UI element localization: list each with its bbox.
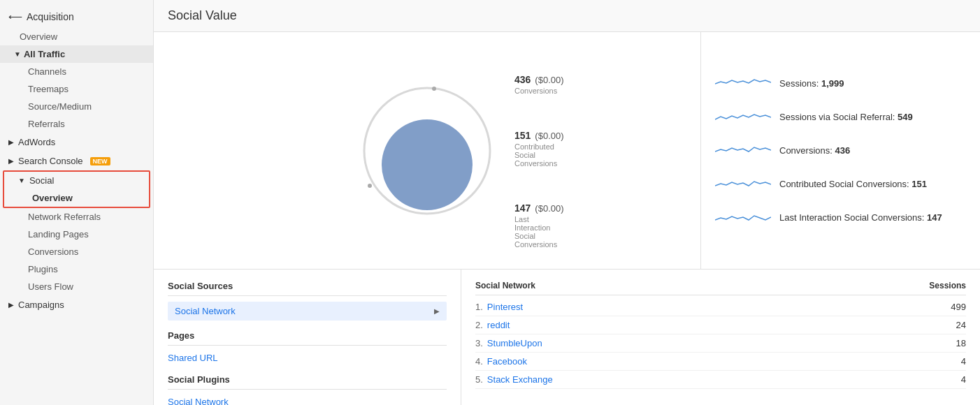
sparkline-social-referral [715, 107, 771, 128]
stat-last-interaction-value: 147 [927, 212, 942, 223]
svg-point-1 [432, 87, 436, 91]
chart-wrapper: 436 ($0.00) Conversions 151 ($0.00) Cont… [350, 67, 504, 235]
stat-conversions-value: 436 [835, 145, 850, 156]
rank-3: 3. [475, 338, 483, 348]
arrow-down-icon2: ▼ [18, 177, 25, 184]
sidebar-item-referrals[interactable]: Referrals [0, 115, 153, 133]
sessions-4: 4 [961, 356, 966, 367]
stat-row-conversions: Conversions: 436 [715, 140, 966, 161]
arrow-right-icon4: ▶ [434, 307, 440, 315]
social-sources-title: Social Sources [168, 281, 447, 296]
chart-label-conversions: 436 ($0.00) Conversions [514, 74, 564, 95]
stat-social-referral-value: 549 [898, 112, 913, 122]
sparkline-last-interaction [715, 207, 771, 228]
table-row: 3.StumbleUpon 18 [475, 334, 966, 353]
svg-point-3 [368, 184, 372, 188]
bottom-section: Social Sources Social Network ▶ Pages Sh… [154, 270, 980, 405]
sessions-2: 24 [956, 320, 966, 330]
sessions-1: 499 [951, 302, 966, 312]
acquisition-icon: ⟵ [8, 11, 22, 22]
social-plugins-section: Social Plugins Social Network [168, 374, 447, 405]
table-row: 4.Facebook 4 [475, 353, 966, 371]
chart-labels: 436 ($0.00) Conversions 151 ($0.00) Cont… [514, 74, 564, 249]
rank-5: 5. [475, 374, 483, 385]
sidebar-item-channels[interactable]: Channels [0, 63, 153, 80]
col-network-label: Social Network [475, 281, 535, 290]
pages-section: Pages Shared URL [168, 330, 447, 364]
network-link-5[interactable]: Stack Exchange [487, 374, 553, 385]
left-panel: Social Sources Social Network ▶ Pages Sh… [154, 270, 461, 405]
rank-1: 1. [475, 302, 483, 312]
network-link-3[interactable]: StumbleUpon [487, 338, 542, 348]
sidebar-item-treemaps[interactable]: Treemaps [0, 80, 153, 98]
stat-row-social-referral: Sessions via Social Referral: 549 [715, 107, 966, 128]
table-body: 1.Pinterest 499 2.reddit 24 3.StumbleUpo… [475, 298, 966, 389]
sparkline-conversions [715, 140, 771, 161]
sidebar: ⟵ Acquisition Overview ▼ All Traffic Cha… [0, 0, 154, 405]
stat-sessions-value: 1,999 [821, 78, 844, 89]
sidebar-item-social-overview[interactable]: Overview [4, 189, 149, 207]
stat-contributed-value: 151 [911, 179, 927, 189]
social-section-box: ▼ Social Overview [3, 170, 150, 208]
right-panel: Social Network Sessions 1.Pinterest 499 … [461, 270, 980, 405]
plugins-social-network-link[interactable]: Social Network [168, 395, 447, 405]
sidebar-item-plugins[interactable]: Plugins [0, 260, 153, 278]
page-title-bar: Social Value [154, 0, 980, 32]
table-row: 2.reddit 24 [475, 316, 966, 334]
rank-2: 2. [475, 320, 483, 330]
social-network-link[interactable]: Social Network [175, 306, 236, 316]
arrow-right-icon: ▶ [8, 138, 14, 146]
sidebar-item-adwords[interactable]: ▶ AdWords [0, 133, 153, 152]
network-link-1[interactable]: Pinterest [487, 302, 523, 312]
table-row: 1.Pinterest 499 [475, 298, 966, 316]
sidebar-item-network-referrals[interactable]: Network Referrals [0, 208, 153, 226]
arrow-down-icon: ▼ [14, 50, 21, 58]
sidebar-item-social[interactable]: ▼ Social [4, 172, 149, 189]
sparkline-sessions [715, 73, 771, 94]
sidebar-item-overview[interactable]: Overview [0, 28, 153, 45]
new-badge: NEW [90, 157, 110, 165]
network-link-2[interactable]: reddit [487, 320, 510, 330]
sidebar-item-conversions[interactable]: Conversions [0, 243, 153, 260]
stats-panel: Sessions: 1,999 Sessions via Social Refe… [700, 32, 980, 269]
social-plugins-title: Social Plugins [168, 374, 447, 390]
chart-area: 436 ($0.00) Conversions 151 ($0.00) Cont… [154, 32, 700, 269]
chart-label-last-interaction: 147 ($0.00) Last Interaction Social Conv… [514, 202, 564, 249]
table-header: Social Network Sessions [475, 281, 966, 295]
sparkline-contributed [715, 174, 771, 195]
stat-row-contributed: Contributed Social Conversions: 151 [715, 174, 966, 195]
sidebar-item-all-traffic[interactable]: ▼ All Traffic [0, 45, 153, 63]
sidebar-item-users-flow[interactable]: Users Flow [0, 278, 153, 295]
sessions-3: 18 [956, 338, 966, 348]
shared-url-link[interactable]: Shared URL [168, 351, 447, 364]
col-sessions-label: Sessions [929, 281, 966, 290]
network-link-4[interactable]: Facebook [487, 356, 527, 367]
chart-label-contributed: 151 ($0.00) Contributed Social Conversio… [514, 130, 564, 168]
social-sources-section: Social Sources Social Network ▶ [168, 281, 447, 321]
stat-row-sessions: Sessions: 1,999 [715, 73, 966, 94]
stat-row-last-interaction: Last Interaction Social Conversions: 147 [715, 207, 966, 228]
social-value-section: 436 ($0.00) Conversions 151 ($0.00) Cont… [154, 32, 980, 270]
rank-4: 4. [475, 356, 483, 367]
social-network-link-row[interactable]: Social Network ▶ [168, 302, 447, 321]
svg-point-2 [382, 119, 473, 210]
sidebar-item-campaigns[interactable]: ▶ Campaigns [0, 295, 153, 314]
sidebar-item-landing-pages[interactable]: Landing Pages [0, 226, 153, 243]
donut-chart [350, 67, 504, 235]
arrow-right-icon3: ▶ [8, 301, 14, 309]
sidebar-item-search-console[interactable]: ▶ Search Console NEW [0, 152, 153, 170]
page-title: Social Value [168, 8, 966, 23]
table-row: 5.Stack Exchange 4 [475, 371, 966, 389]
main-content: Social Value [154, 0, 980, 405]
sidebar-item-acquisition[interactable]: ⟵ Acquisition [0, 6, 153, 28]
sessions-5: 4 [961, 374, 966, 385]
arrow-right-icon2: ▶ [8, 157, 14, 165]
sidebar-item-source-medium[interactable]: Source/Medium [0, 98, 153, 115]
pages-title: Pages [168, 330, 447, 346]
